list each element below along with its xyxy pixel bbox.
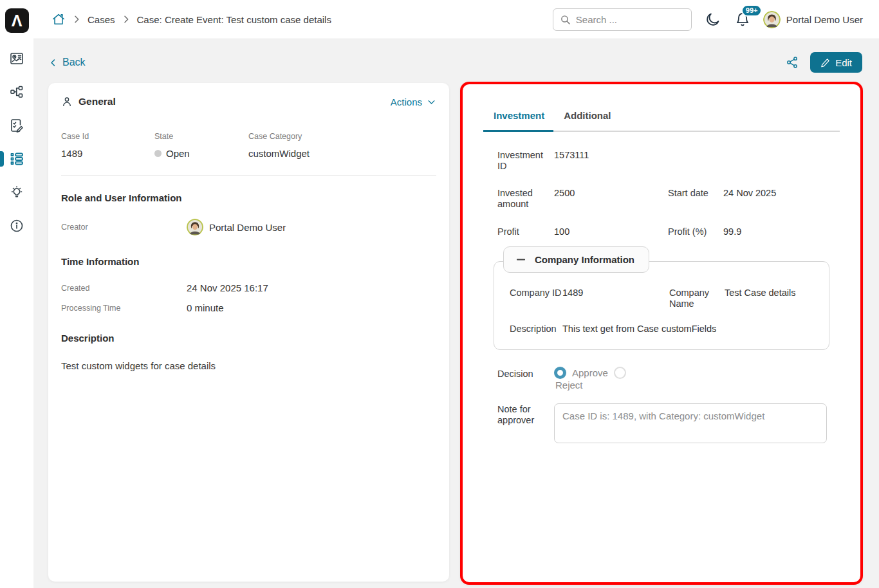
case-summary: Case Id 1489 State Open Case Category cu… xyxy=(61,132,436,159)
case-id-field: Case Id 1489 xyxy=(61,132,154,159)
investment-fields: Investment ID 1573111 Invested amount 25… xyxy=(494,150,840,237)
actions-dropdown[interactable]: Actions xyxy=(391,96,436,107)
creator-avatar xyxy=(187,219,203,235)
processing-time-row: Processing Time 0 minute xyxy=(61,302,436,313)
edit-button[interactable]: Edit xyxy=(810,52,862,73)
company-panel-title: Company Information xyxy=(535,254,634,265)
category-field: Case Category customWidget xyxy=(248,132,436,159)
sidebar-item-ideas[interactable] xyxy=(0,176,33,209)
dashboard-icon xyxy=(9,51,24,66)
company-name-value: Test Case details xyxy=(725,288,813,298)
description-text: Test custom widgets for case details xyxy=(61,360,436,371)
avatar xyxy=(763,11,781,28)
general-card: General Actions Case Id 1489 State xyxy=(48,83,449,582)
tab-additional[interactable]: Additional xyxy=(564,110,615,131)
sidebar-item-dashboard[interactable] xyxy=(0,42,33,75)
profit-pct-value: 99.9 xyxy=(723,226,828,237)
breadcrumb-current: Case: Create Event: Test custom case det… xyxy=(137,14,331,25)
top-bar: Cases Case: Create Event: Test custom ca… xyxy=(0,0,879,39)
logo-glyph: Λ xyxy=(12,12,23,30)
company-fields: Company ID 1489 Company Name Test Case d… xyxy=(510,288,813,334)
category-value: customWidget xyxy=(248,148,436,159)
sidebar-item-cases[interactable] xyxy=(0,142,33,176)
created-value: 24 Nov 2025 16:17 xyxy=(187,282,436,293)
invested-amount-value: 2500 xyxy=(554,188,668,198)
tasks-icon xyxy=(9,118,24,133)
search-icon xyxy=(560,14,571,25)
decision-radio-group: Approve Reject xyxy=(554,367,639,390)
share-button[interactable] xyxy=(784,55,800,70)
back-button[interactable]: Back xyxy=(48,57,86,68)
state-field: State Open xyxy=(154,132,248,159)
processes-icon xyxy=(9,84,24,100)
share-icon xyxy=(786,56,799,69)
creator-chip: Portal Demo User xyxy=(187,219,436,235)
notifications-button[interactable]: 99+ xyxy=(734,10,752,28)
main-content: Back Edit Gen xyxy=(33,39,879,588)
home-icon[interactable] xyxy=(51,12,66,26)
moon-icon xyxy=(705,12,721,28)
processing-time-value: 0 minute xyxy=(187,302,436,313)
info-icon xyxy=(9,218,24,234)
tab-investment[interactable]: Investment xyxy=(494,110,548,131)
user-name: Portal Demo User xyxy=(786,14,863,25)
note-label: Note for approver xyxy=(497,403,554,425)
topbar-actions: 99+ Portal Demo User xyxy=(553,8,863,31)
time-section-title: Time Information xyxy=(61,256,436,267)
left-sidebar: Λ xyxy=(0,0,33,588)
created-label: Created xyxy=(61,284,187,293)
cases-icon xyxy=(9,151,24,167)
note-for-approver-input[interactable] xyxy=(554,403,827,443)
app-logo[interactable]: Λ xyxy=(5,8,29,33)
user-icon xyxy=(61,96,73,107)
invested-amount-label: Invested amount xyxy=(497,188,554,209)
case-id-label: Case Id xyxy=(61,132,154,141)
start-date-label: Start date xyxy=(668,188,723,199)
user-menu[interactable]: Portal Demo User xyxy=(763,11,863,28)
creator-label: Creator xyxy=(61,223,187,232)
state-dot-icon xyxy=(154,150,162,157)
global-search[interactable] xyxy=(553,8,692,31)
radio-reject[interactable] xyxy=(614,367,626,379)
minus-icon xyxy=(515,254,526,265)
creator-value: Portal Demo User xyxy=(209,222,286,233)
reject-label: Reject xyxy=(555,380,583,390)
company-panel-toggle[interactable]: Company Information xyxy=(503,246,649,273)
decision-field: Decision Approve Reject xyxy=(494,367,840,390)
start-date-value: 24 Nov 2025 xyxy=(723,188,828,198)
search-input[interactable] xyxy=(576,14,685,25)
case-details-card: Investment Additional Investment ID 1573… xyxy=(460,82,863,585)
ideas-icon xyxy=(9,185,24,200)
chevron-right-icon xyxy=(121,14,131,24)
note-field: Note for approver xyxy=(494,403,840,443)
breadcrumb: Cases Case: Create Event: Test custom ca… xyxy=(51,12,331,26)
sidebar-item-tasks[interactable] xyxy=(0,109,33,142)
case-toolbar: Back Edit xyxy=(48,52,862,73)
chevron-right-icon xyxy=(71,14,82,24)
profit-label: Profit xyxy=(497,226,554,237)
company-information-panel: Company Information Company ID 1489 Comp… xyxy=(494,261,829,350)
processing-time-label: Processing Time xyxy=(61,304,187,313)
sidebar-item-processes[interactable] xyxy=(0,75,33,109)
creator-row: Creator Portal Demo User xyxy=(61,219,436,235)
case-id-value: 1489 xyxy=(61,148,154,159)
description-section-title: Description xyxy=(61,333,436,344)
divider xyxy=(61,175,436,176)
sidebar-item-info[interactable] xyxy=(0,209,33,243)
dark-mode-toggle[interactable] xyxy=(703,10,722,29)
breadcrumb-cases[interactable]: Cases xyxy=(88,14,115,25)
company-id-label: Company ID xyxy=(510,288,562,299)
investment-id-value: 1573111 xyxy=(554,150,668,160)
company-name-label: Company Name xyxy=(669,288,725,309)
radio-approve[interactable] xyxy=(554,367,566,379)
company-desc-label: Description xyxy=(510,324,562,335)
category-label: Case Category xyxy=(248,132,436,141)
sidebar-nav xyxy=(0,42,33,243)
profit-value: 100 xyxy=(554,226,668,237)
investment-id-label: Investment ID xyxy=(497,150,554,171)
back-label: Back xyxy=(62,57,86,68)
general-card-title: General xyxy=(79,96,116,107)
decision-label: Decision xyxy=(497,367,554,379)
profit-pct-label: Profit (%) xyxy=(668,226,723,237)
notification-badge: 99+ xyxy=(741,5,763,17)
